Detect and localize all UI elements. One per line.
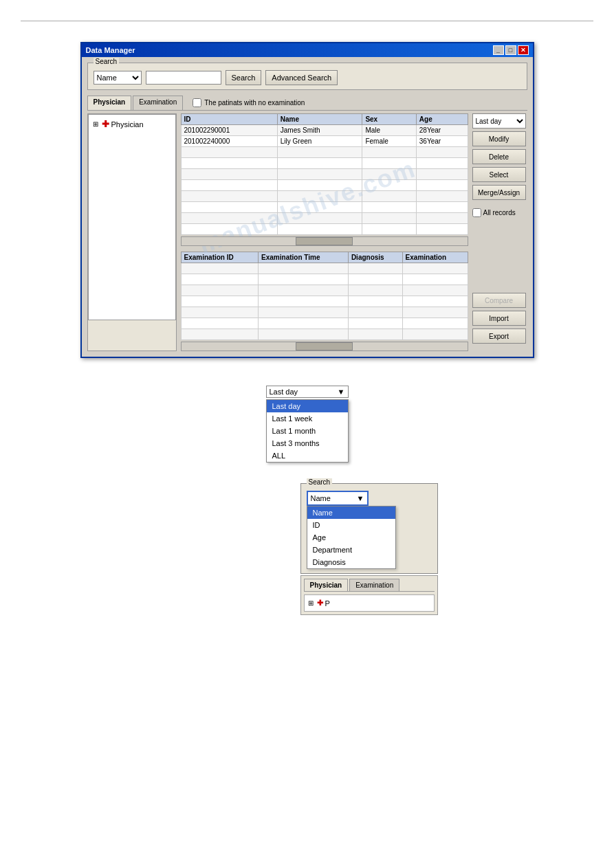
name-select-container: Name ▼ Name ID Age Department Diagnosis — [307, 491, 396, 569]
all-records-checkbox[interactable] — [472, 208, 481, 217]
table-row[interactable] — [181, 274, 468, 285]
col-name: Name — [277, 114, 362, 125]
search-group-label: Search — [94, 58, 120, 65]
left-tree-panel: ⊞ ✚ Physician — [87, 113, 177, 351]
tab-examination[interactable]: Examination — [133, 96, 183, 110]
table-row[interactable] — [181, 147, 468, 158]
tree-physician-label[interactable]: Physician — [111, 120, 144, 129]
last-day-select[interactable]: Last day Last 1 week Last 1 month Last 3… — [472, 113, 526, 129]
name-dropdown-list: Name ID Age Department Diagnosis — [307, 506, 396, 569]
dropdown-list: Last day Last 1 week Last 1 month Last 3… — [266, 399, 349, 463]
dropdown-item-last-3-months[interactable]: Last 3 months — [267, 437, 348, 449]
cell-name: James Smith — [277, 125, 362, 136]
dropdown-header[interactable]: Last day ▼ — [266, 386, 349, 398]
table-row[interactable] — [181, 169, 468, 180]
cell-age: 36Year — [416, 136, 468, 147]
mini-tree-label[interactable]: P — [325, 599, 330, 608]
no-examination-label: The patinats with no examination — [204, 99, 305, 107]
right-panel: ID Name Sex Age 201002290001 — [181, 113, 527, 351]
delete-button[interactable]: Delete — [472, 149, 526, 164]
table-row[interactable] — [181, 224, 468, 235]
all-records-row: All records — [472, 208, 527, 217]
import-button[interactable]: Import — [472, 311, 526, 326]
table-row[interactable] — [181, 329, 468, 340]
table-row[interactable] — [181, 285, 468, 296]
cell-sex: Female — [362, 136, 416, 147]
scrollbar-thumb — [296, 237, 353, 245]
name-option-age[interactable]: Age — [307, 531, 395, 544]
all-records-label[interactable]: All records — [472, 208, 527, 217]
window-title: Data Manager — [86, 46, 135, 54]
minimize-button[interactable]: _ — [493, 45, 504, 55]
export-button[interactable]: Export — [472, 329, 526, 344]
main-content: ⊞ ✚ Physician — [87, 113, 527, 351]
name-option-id[interactable]: ID — [307, 519, 395, 531]
table-row[interactable] — [181, 158, 468, 169]
cell-name: Lily Green — [277, 136, 362, 147]
mini-tree-expand[interactable]: ⊞ — [307, 599, 315, 607]
patients-scrollbar[interactable] — [181, 236, 468, 246]
patients-section: ID Name Sex Age 201002290001 — [181, 113, 527, 246]
col-diagnosis: Diagnosis — [348, 252, 402, 263]
window-body: manualshive.com Search Name ID Age Depar… — [82, 57, 533, 357]
patients-table-container: ID Name Sex Age 201002290001 — [181, 113, 468, 246]
name-option-department[interactable]: Department — [307, 544, 395, 556]
tree-expand-icon[interactable]: ⊞ — [91, 120, 100, 128]
tab-physician[interactable]: Physician — [87, 96, 132, 110]
table-row[interactable] — [181, 263, 468, 274]
mini-tab-examination[interactable]: Examination — [349, 579, 399, 591]
search-name-popup-group: Search Name ▼ Name ID Age Department Dia… — [300, 483, 438, 574]
advanced-search-button[interactable]: Advanced Search — [265, 70, 338, 85]
search-name-popup-wrapper: Search Name ▼ Name ID Age Department Dia… — [300, 483, 438, 615]
name-select-button[interactable]: Name ▼ — [307, 491, 369, 506]
search-name-popup-label: Search — [307, 478, 333, 486]
cell-id: 201002290001 — [181, 125, 277, 136]
restore-button[interactable]: □ — [505, 45, 516, 55]
dropdown-item-last-1-month[interactable]: Last 1 month — [267, 425, 348, 437]
col-id: ID — [181, 114, 277, 125]
table-row[interactable] — [181, 213, 468, 224]
merge-assign-button[interactable]: Merge/Assign — [472, 185, 526, 200]
cell-id: 201002240000 — [181, 136, 277, 147]
cell-age: 28Year — [416, 125, 468, 136]
name-option-name[interactable]: Name — [307, 507, 395, 519]
modify-button[interactable]: Modify — [472, 131, 526, 146]
exam-section: Examination ID Examination Time Diagnosi… — [181, 252, 527, 351]
col-sex: Sex — [362, 114, 416, 125]
dropdown-item-all[interactable]: ALL — [267, 449, 348, 462]
exam-scrollbar[interactable] — [181, 342, 468, 351]
titlebar-controls: _ □ ✕ — [493, 45, 529, 55]
name-option-diagnosis[interactable]: Diagnosis — [307, 556, 395, 568]
search-name-dropdown-container: Search Name ▼ Name ID Age Department Dia… — [80, 483, 534, 615]
last-day-dropdown-popup-container: Last day ▼ Last day Last 1 week Last 1 m… — [80, 386, 534, 463]
exam-table-container: Examination ID Examination Time Diagnosi… — [181, 252, 468, 351]
top-divider — [21, 21, 593, 21]
table-row[interactable] — [181, 202, 468, 213]
close-button[interactable]: ✕ — [518, 45, 529, 55]
patients-table: ID Name Sex Age 201002290001 — [181, 113, 468, 235]
table-row[interactable]: 201002290001 James Smith Male 28Year — [181, 125, 468, 136]
table-row[interactable] — [181, 191, 468, 202]
no-examination-checkbox-label[interactable]: The patinats with no examination — [190, 96, 305, 110]
search-input[interactable] — [146, 71, 221, 85]
no-examination-checkbox[interactable] — [193, 98, 201, 107]
cell-sex: Male — [362, 125, 416, 136]
tree-root: ⊞ ✚ Physician — [91, 118, 173, 131]
table-row[interactable] — [181, 180, 468, 191]
search-type-select[interactable]: Name ID Age Department Diagnosis — [94, 71, 142, 85]
select-button[interactable]: Select — [472, 167, 526, 182]
tabs-row: Physician Examination The patinats with … — [87, 96, 527, 111]
table-row[interactable] — [181, 307, 468, 318]
all-records-text: All records — [483, 209, 516, 216]
col-examination: Examination — [402, 252, 468, 263]
compare-button[interactable]: Compare — [472, 293, 526, 308]
search-button[interactable]: Search — [226, 70, 262, 85]
dropdown-item-last-1-week[interactable]: Last 1 week — [267, 412, 348, 425]
search-dropdown-row: Name ▼ Name ID Age Department Diagnosis — [307, 491, 432, 569]
table-row[interactable] — [181, 318, 468, 329]
table-row[interactable] — [181, 296, 468, 307]
col-exam-time: Examination Time — [259, 252, 349, 263]
table-row[interactable]: 201002240000 Lily Green Female 36Year — [181, 136, 468, 147]
mini-tab-physician[interactable]: Physician — [304, 579, 349, 591]
dropdown-item-last-day[interactable]: Last day — [267, 400, 348, 412]
